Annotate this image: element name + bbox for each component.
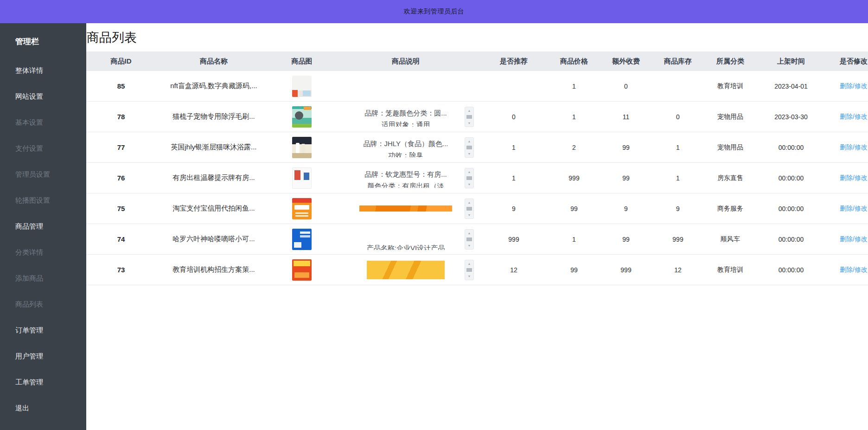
description-spinner[interactable]: ▲ ▼ xyxy=(465,199,474,219)
spinner-down-icon[interactable]: ▼ xyxy=(468,275,471,278)
delete-edit-link[interactable]: 删除/修改 xyxy=(840,174,868,181)
spinner-handle[interactable] xyxy=(466,115,472,119)
description-spinner[interactable]: ▲ ▼ xyxy=(465,168,474,188)
spinner-down-icon[interactable]: ▼ xyxy=(468,122,471,125)
spinner-up-icon[interactable]: ▲ xyxy=(468,262,471,265)
sidebar-item[interactable]: 工单管理 xyxy=(15,378,86,387)
description-cell: ▲ ▼ xyxy=(332,193,479,224)
delete-edit-link[interactable]: 删除/修改 xyxy=(840,235,868,243)
product-thumbnail xyxy=(292,229,312,250)
recommended-cell: 999 xyxy=(479,224,548,255)
modify-cell: 删除/修改 xyxy=(825,224,868,255)
main-content: 商品列表 商品ID 商品名称 商品图 商品说明 是否推荐 商品价格 额外收 xyxy=(86,23,868,430)
description-cell: 品牌：笼趣颜色分类：圆... 适用对象：通用 ▲ ▼ xyxy=(332,102,479,132)
product-description: 产品名称:企业VI设计产品 xyxy=(332,229,479,250)
page-title: 商品列表 xyxy=(87,29,868,46)
product-name-cell: 有房出租温馨提示牌有房... xyxy=(156,163,272,193)
description-cell: 品牌：钦龙惠型号：有房... 颜色分类：有房出租（淡 ▲ ▼ xyxy=(332,163,479,193)
extra-fee-cell: 99 xyxy=(600,163,652,193)
description-cell xyxy=(332,71,479,102)
product-image-cell xyxy=(272,193,332,224)
product-image-cell xyxy=(272,102,332,132)
col-header-product-id: 商品ID xyxy=(86,51,156,71)
product-thumbnail xyxy=(292,76,312,97)
spinner-down-icon[interactable]: ▼ xyxy=(468,213,471,217)
sidebar-item[interactable]: 分类详情 xyxy=(15,248,86,257)
col-header-listed-time: 上架时间 xyxy=(757,51,825,71)
sidebar-item[interactable]: 支付设置 xyxy=(15,144,86,153)
spinner-handle[interactable] xyxy=(466,176,472,180)
description-spinner[interactable]: ▲ ▼ xyxy=(465,260,474,280)
sidebar-item[interactable]: 整体详情 xyxy=(15,66,86,75)
table-row: 73 教育培训机构招生方案策... ▲ ▼ 12 99 999 12 教育培训 … xyxy=(86,255,868,285)
product-description xyxy=(332,76,479,97)
delete-edit-link[interactable]: 删除/修改 xyxy=(840,266,868,273)
modify-cell: 删除/修改 xyxy=(825,255,868,285)
sidebar-item[interactable]: 添加商品 xyxy=(15,274,86,283)
spinner-handle[interactable] xyxy=(466,207,472,211)
sidebar-item[interactable]: 网站设置 xyxy=(15,92,86,101)
product-thumbnail xyxy=(292,106,312,128)
sidebar-item[interactable]: 用户管理 xyxy=(15,352,86,361)
delete-edit-link[interactable]: 删除/修改 xyxy=(840,205,868,212)
sidebar-item[interactable]: 基本设置 xyxy=(15,118,86,127)
product-description: 品牌：钦龙惠型号：有房... 颜色分类：有房出租（淡 xyxy=(332,168,479,188)
price-cell: 1 xyxy=(548,71,600,102)
product-image-cell xyxy=(272,71,332,102)
extra-fee-cell: 99 xyxy=(600,132,652,163)
col-header-price: 商品价格 xyxy=(548,51,600,71)
category-cell: 教育培训 xyxy=(704,71,757,102)
listed-time-cell: 00:00:00 xyxy=(757,132,825,163)
top-banner: 欢迎来到管理员后台 xyxy=(0,0,868,23)
recommended-cell: 12 xyxy=(479,255,548,285)
spinner-handle[interactable] xyxy=(466,237,472,241)
spinner-up-icon[interactable]: ▲ xyxy=(468,201,471,204)
table-row: 74 哈罗六叶神哈喽嘀嗒小可... 产品名称:企业VI设计产品 ▲ ▼ 999 … xyxy=(86,224,868,255)
category-cell: 教育培训 xyxy=(704,255,757,285)
extra-fee-cell: 0 xyxy=(600,71,652,102)
table-row: 76 有房出租温馨提示牌有房... 品牌：钦龙惠型号：有房... 颜色分类：有房… xyxy=(86,163,868,193)
spinner-handle[interactable] xyxy=(466,146,472,149)
recommended-cell: 0 xyxy=(479,102,548,132)
spinner-handle[interactable] xyxy=(466,268,472,272)
description-line-1: 品牌：JHLY（食品）颜色... xyxy=(332,138,479,149)
description-spinner[interactable]: ▲ ▼ xyxy=(465,107,474,127)
description-cell: ▲ ▼ xyxy=(332,255,479,285)
product-name-cell: 英国jhly银渐层猫咪沐浴露... xyxy=(156,132,272,163)
sidebar-item[interactable]: 管理员设置 xyxy=(15,170,86,179)
product-id-cell: 85 xyxy=(86,71,156,102)
sidebar-item[interactable]: 商品管理 xyxy=(15,222,86,231)
delete-edit-link[interactable]: 删除/修改 xyxy=(840,82,868,90)
sidebar: 管理栏 整体详情网站设置基本设置支付设置管理员设置轮播图设置商品管理分类详情添加… xyxy=(0,23,86,430)
spinner-down-icon[interactable]: ▼ xyxy=(468,152,471,155)
product-table: 商品ID 商品名称 商品图 商品说明 是否推荐 商品价格 额外收费 商品库存 所… xyxy=(86,51,868,285)
spinner-up-icon[interactable]: ▲ xyxy=(468,170,471,173)
spinner-up-icon[interactable]: ▲ xyxy=(468,140,471,143)
description-line-1: 品牌：笼趣颜色分类：圆... xyxy=(332,107,479,119)
col-header-extra-fee: 额外收费 xyxy=(600,51,652,71)
spinner-up-icon[interactable]: ▲ xyxy=(468,109,471,112)
delete-edit-link[interactable]: 删除/修改 xyxy=(840,113,868,120)
table-row: 77 英国jhly银渐层猫咪沐浴露... 品牌：JHLY（食品）颜色... 功效… xyxy=(86,132,868,163)
table-row: 78 猫梳子宠物专用除浮毛刷... 品牌：笼趣颜色分类：圆... 适用对象：通用… xyxy=(86,102,868,132)
sidebar-title: 管理栏 xyxy=(15,36,86,47)
price-cell: 999 xyxy=(548,163,600,193)
sidebar-item[interactable]: 退出 xyxy=(15,404,86,413)
stock-cell: 0 xyxy=(652,102,704,132)
spinner-up-icon[interactable]: ▲ xyxy=(468,231,471,235)
extra-fee-cell: 999 xyxy=(600,255,652,285)
sidebar-item[interactable]: 商品列表 xyxy=(15,300,86,309)
sidebar-item[interactable]: 订单管理 xyxy=(15,326,86,335)
product-id-cell: 73 xyxy=(86,255,156,285)
description-spinner[interactable]: ▲ ▼ xyxy=(465,229,474,250)
modify-cell: 删除/修改 xyxy=(825,163,868,193)
sidebar-item[interactable]: 轮播图设置 xyxy=(15,196,86,205)
spinner-down-icon[interactable]: ▼ xyxy=(468,244,471,247)
col-header-recommended: 是否推荐 xyxy=(479,51,548,71)
description-line-1: 品牌：钦龙惠型号：有房... xyxy=(332,168,479,180)
description-spinner[interactable]: ▲ ▼ xyxy=(465,137,474,158)
delete-edit-link[interactable]: 删除/修改 xyxy=(840,143,868,151)
product-thumbnail xyxy=(292,198,312,219)
spinner-down-icon[interactable]: ▼ xyxy=(468,183,471,186)
price-cell: 1 xyxy=(548,224,600,255)
